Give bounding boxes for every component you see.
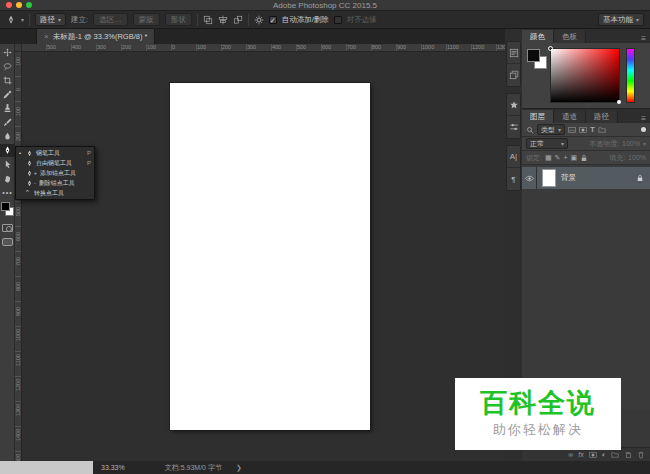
foreground-background-swatches[interactable]	[1, 202, 14, 216]
freeform-pen-icon	[26, 160, 33, 167]
color-picker-dot[interactable]	[617, 100, 621, 104]
pen-tool[interactable]	[0, 144, 15, 157]
adjustment-layer-icon[interactable]: ◐	[602, 451, 606, 458]
ruler-left-label: 200	[15, 132, 21, 141]
adjustments-panel-icon[interactable]	[507, 116, 520, 138]
path-selection-tool[interactable]	[0, 158, 15, 171]
lock-transparent-icon[interactable]: ▦	[545, 154, 552, 162]
workspace-select[interactable]: 基本功能 ▾	[598, 13, 644, 26]
tab-color[interactable]: 颜色	[522, 30, 554, 43]
document-canvas[interactable]	[170, 83, 370, 430]
ruler-top-label: 500	[297, 44, 306, 50]
ruler-left-label: 900	[15, 307, 21, 316]
tab-layers[interactable]: 图层	[522, 110, 554, 123]
tab-paths[interactable]: 路径	[586, 110, 618, 123]
tool-options-bar: ▾ 路径 ▾ 建立: 选区… 蒙版 形状 ✓ 自动添加/删除 对齐边缘 基本功能…	[0, 11, 650, 29]
path-alignment-icon[interactable]	[218, 15, 228, 25]
menu-item-freeform-pen-tool[interactable]: 自由钢笔工具 P	[16, 158, 94, 168]
filter-shape-icon[interactable]	[598, 126, 606, 134]
styles-panel-icon[interactable]	[507, 94, 520, 116]
document-tab-label: 未标题-1 @ 33.3%(RGB/8) *	[53, 32, 148, 42]
path-operations-icon[interactable]	[203, 15, 213, 25]
layer-style-fx-icon[interactable]: fx	[578, 451, 583, 458]
tab-channels[interactable]: 通道	[554, 110, 586, 123]
color-panel-swatches[interactable]	[527, 49, 547, 69]
panel-menu-icon[interactable]: ≡	[641, 34, 650, 43]
edit-toolbar-button[interactable]: •••	[0, 186, 15, 199]
blend-mode-row: 正常 ▾ 不透明度: 100% ▾	[522, 137, 650, 151]
filter-toggle-icon[interactable]	[641, 127, 646, 132]
clone-stamp-tool[interactable]	[0, 102, 15, 115]
add-mask-icon[interactable]	[589, 451, 597, 459]
new-group-icon[interactable]	[611, 451, 619, 459]
tab-swatches[interactable]: 色板	[554, 30, 586, 43]
character-panel-icon[interactable]: A|	[507, 146, 520, 168]
path-arrangement-icon[interactable]	[233, 15, 243, 25]
chevron-down-icon: ▾	[643, 140, 646, 147]
align-edges-label: 对齐边缘	[347, 15, 377, 25]
saturation-brightness-field[interactable]	[550, 48, 620, 103]
menu-item-add-anchor-tool[interactable]: + 添加锚点工具	[16, 168, 94, 178]
crop-tool[interactable]	[0, 74, 15, 87]
lock-paint-icon[interactable]: ✎	[555, 154, 561, 162]
delete-layer-icon[interactable]	[637, 451, 645, 459]
align-edges-checkbox[interactable]	[334, 16, 342, 24]
foreground-color-swatch[interactable]	[527, 49, 540, 62]
filter-pixel-icon[interactable]	[568, 126, 576, 134]
libraries-panel-icon[interactable]	[507, 64, 520, 86]
visibility-eye-icon[interactable]	[522, 167, 537, 189]
gear-icon[interactable]	[254, 15, 264, 25]
ruler-top-label: 700	[347, 44, 356, 50]
zoom-level-field[interactable]: 33.33%	[101, 464, 125, 471]
filter-type-select[interactable]: 类型 ▾	[537, 124, 565, 135]
lasso-tool[interactable]	[0, 60, 15, 73]
menu-item-delete-anchor-tool[interactable]: - 删除锚点工具	[16, 178, 94, 188]
ruler-left-label: 800	[15, 282, 21, 291]
tool-preset-pen-icon[interactable]	[6, 15, 16, 25]
blend-mode-select[interactable]: 正常 ▾	[526, 138, 568, 149]
fill-value[interactable]: 100%	[628, 154, 646, 161]
filter-adjustment-icon[interactable]	[579, 126, 587, 134]
blur-tool[interactable]	[0, 130, 15, 143]
eyedropper-tool[interactable]	[0, 88, 15, 101]
canvas-area[interactable]	[22, 52, 505, 461]
hand-tool[interactable]	[0, 172, 15, 185]
history-panel-icon[interactable]	[507, 42, 520, 64]
make-mask-button[interactable]: 蒙版	[133, 13, 160, 26]
ruler-top-label: 1200	[472, 44, 484, 50]
make-selection-button[interactable]: 选区…	[93, 13, 128, 26]
auto-add-delete-label: 自动添加/删除	[282, 15, 329, 25]
auto-add-delete-checkbox[interactable]: ✓	[269, 16, 277, 24]
menu-item-pen-tool[interactable]: • 钢笔工具 P	[16, 148, 94, 158]
make-shape-button[interactable]: 形状	[165, 13, 192, 26]
ruler-corner	[15, 44, 22, 52]
layer-thumbnail[interactable]	[542, 169, 556, 187]
paragraph-panel-icon[interactable]: ¶	[507, 168, 520, 190]
link-layers-icon[interactable]: ∞	[568, 451, 573, 458]
chevron-down-icon: ▾	[636, 16, 639, 23]
menu-item-convert-point-tool[interactable]: ⌃ 转换点工具	[16, 188, 94, 198]
document-tab[interactable]: × 未标题-1 @ 33.3%(RGB/8) *	[36, 29, 155, 44]
pen-mode-select[interactable]: 路径 ▾	[35, 13, 66, 26]
brush-tool[interactable]	[0, 116, 15, 129]
color-picker-ring[interactable]	[548, 46, 553, 51]
ruler-top-label: 1300	[497, 44, 505, 50]
lock-all-icon[interactable]	[580, 154, 588, 162]
foreground-color-swatch[interactable]	[1, 202, 10, 211]
panel-menu-icon[interactable]: ≡	[641, 114, 650, 123]
lock-position-icon[interactable]: +	[563, 154, 567, 161]
close-tab-icon[interactable]: ×	[44, 32, 49, 41]
hue-slider[interactable]	[626, 48, 635, 103]
quick-mask-button[interactable]	[2, 224, 13, 232]
new-layer-icon[interactable]	[624, 451, 632, 459]
opacity-value[interactable]: 100%	[622, 140, 640, 147]
layer-row-background[interactable]: 背景	[522, 167, 650, 189]
move-tool[interactable]	[0, 46, 15, 59]
layer-name: 背景	[561, 173, 636, 183]
ruler-top-label: 0	[172, 44, 175, 50]
tool-preset-caret-icon[interactable]: ▾	[21, 16, 24, 23]
status-options-icon[interactable]: ❯	[236, 464, 242, 472]
screen-mode-button[interactable]	[2, 238, 13, 246]
lock-artboard-icon[interactable]: ▣	[571, 154, 578, 162]
filter-type-icon[interactable]: T	[590, 125, 595, 134]
